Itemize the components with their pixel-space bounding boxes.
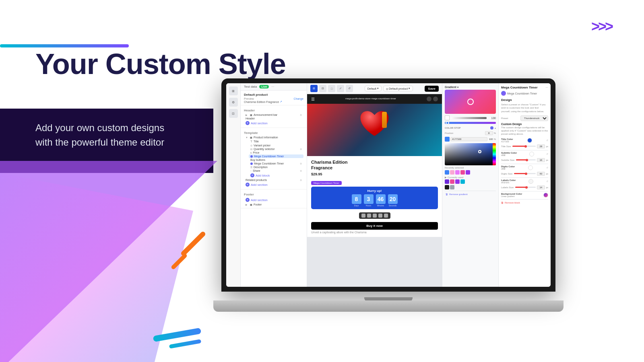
position-row: Position % (445, 131, 496, 135)
qty-label: Quantity selector (254, 148, 275, 150)
title-item[interactable]: T Title (249, 139, 303, 144)
recent-color-2[interactable] (450, 170, 454, 175)
current-color-2[interactable] (450, 179, 454, 184)
share-item[interactable]: ↑ Share ⚙ (249, 169, 303, 173)
subtitle-size-thumb[interactable] (526, 159, 528, 161)
title-size-slider[interactable] (512, 146, 535, 147)
mega-countdown-sub[interactable]: Mega Countdown Timer ⚙ (249, 162, 303, 165)
action-icon-3[interactable] (373, 214, 377, 218)
recent-color-3[interactable] (455, 170, 460, 175)
mobile-view-btn[interactable]: □ (328, 85, 335, 92)
current-color-1[interactable] (445, 179, 449, 184)
header-item[interactable]: Header (244, 117, 303, 120)
title-size-input[interactable] (537, 144, 545, 148)
extra-color-1[interactable] (445, 185, 449, 189)
template-add-section[interactable]: + Add section (244, 182, 303, 187)
current-color-3[interactable] (455, 179, 460, 184)
qty-settings[interactable]: ⚙ (300, 148, 302, 150)
mct-settings[interactable]: ⚙ (300, 162, 302, 165)
position-input[interactable] (485, 131, 493, 135)
action-icon-4[interactable] (378, 214, 382, 218)
subtitle-size-slider[interactable] (516, 159, 535, 160)
digits-color-reset[interactable]: ↺ (546, 166, 548, 169)
subtitle-color-reset[interactable]: ↺ (546, 152, 548, 155)
labels-size-thumb[interactable] (525, 186, 528, 189)
description-item[interactable]: ☰ Description (249, 165, 303, 169)
sidebar-icon-1[interactable]: ⊞ (229, 86, 238, 95)
pi-toggle: ▼ (246, 136, 249, 139)
variant-item[interactable]: ⊙ Variant picker (249, 144, 303, 147)
footer-item[interactable]: ▶ ▦ Footer (244, 203, 303, 206)
color-swatch-blue[interactable] (445, 137, 450, 142)
title-label: Title (254, 140, 259, 143)
more-icon[interactable]: ··· (271, 85, 274, 88)
recent-color-5[interactable] (466, 170, 470, 175)
price-item[interactable]: $ Price (249, 151, 303, 154)
digits-size-slider[interactable] (514, 173, 535, 174)
buy-buttons-item[interactable]: Buy buttons (249, 158, 303, 162)
tablet-view-btn[interactable]: ⊟ (319, 85, 326, 92)
save-button[interactable]: Save (425, 86, 439, 92)
remove-gradient-btn[interactable]: 🗑 Remove gradient (445, 192, 496, 196)
current-color-4[interactable] (460, 179, 465, 184)
mega-countdown-active[interactable]: Mega Countdown Timer (249, 154, 303, 158)
sidebar-icon-3[interactable]: ⊡ (229, 109, 238, 118)
related-settings[interactable]: ⚙ (300, 179, 302, 181)
labels-size-slider[interactable] (515, 187, 536, 188)
hue-vertical[interactable] (493, 143, 496, 165)
title-color-circle[interactable] (527, 138, 532, 143)
preview-value: Charisma Edition Fragrance ↗ (244, 100, 303, 103)
mega-countdown-sub-label: Mega Countdown Timer (254, 162, 284, 165)
qty-item[interactable]: ⊟ Quantity selector ⚙ (249, 147, 303, 151)
labels-size-input[interactable] (537, 185, 545, 189)
digits-color-circle[interactable] (528, 165, 533, 170)
gradient-preview (445, 90, 496, 114)
action-icon-2[interactable] (367, 214, 371, 218)
hue-bar[interactable] (445, 122, 496, 124)
default-product-select[interactable]: ◎ Default product ▾ (383, 86, 413, 91)
annbar-settings[interactable]: ⚙ (300, 113, 302, 116)
bg-color-circle[interactable] (543, 193, 548, 197)
fullscreen-btn[interactable]: ⤢ (337, 85, 344, 92)
app-name-label: Mega Countdown Timer (507, 92, 537, 95)
related-products-item[interactable]: Related products ⚙ (244, 178, 303, 182)
labels-color-circle[interactable] (528, 179, 533, 184)
subtitle-color-circle[interactable] (529, 152, 534, 156)
add-block-btn[interactable]: + Add block (249, 173, 303, 178)
announcement-bar-item[interactable]: ▶ ▦ Announcement bar ⚙ (244, 113, 303, 117)
digits-size-input[interactable] (537, 172, 545, 176)
search-icon[interactable] (427, 97, 431, 101)
share-settings[interactable]: ⚙ (300, 169, 302, 172)
footer-toggle: ▶ (246, 203, 249, 206)
desktop-view-btn[interactable]: ⊞ (310, 85, 318, 92)
subtitle-size-input[interactable] (537, 158, 545, 162)
remove-block-btn[interactable]: 🗑 Remove block (501, 201, 548, 205)
hue-handle[interactable] (446, 121, 449, 125)
labels-color-reset[interactable]: ↺ (546, 180, 548, 183)
default-theme-select[interactable]: Default ▾ (365, 86, 382, 91)
header-add-section[interactable]: + Add section (244, 120, 303, 126)
action-icon-5[interactable] (384, 214, 388, 218)
buy-button[interactable]: Buy it now (311, 222, 438, 230)
digits-size-thumb[interactable] (525, 173, 527, 175)
extra-color-2[interactable] (450, 185, 454, 189)
recent-color-4[interactable] (460, 170, 465, 175)
picker-handle[interactable] (478, 150, 481, 153)
footer-add-section[interactable]: + Add section (244, 197, 303, 203)
action-icon-1[interactable] (361, 214, 365, 218)
product-info-item[interactable]: ▼ ▦ Product information (244, 136, 303, 139)
cart-icon[interactable] (433, 97, 438, 101)
color-gradient-picker[interactable] (445, 143, 496, 165)
currently-used-toggle[interactable]: ▶ (445, 176, 447, 179)
title-color-reset[interactable]: ↺ (546, 139, 548, 142)
sidebar-icon-2[interactable]: ⚙ (229, 98, 238, 107)
change-btn[interactable]: Change (293, 97, 303, 100)
config-action-1[interactable]: ··· (545, 86, 548, 89)
preset-select[interactable]: Thunderstruck (520, 115, 548, 121)
title-size-thumb[interactable] (524, 145, 527, 148)
color-hex-input[interactable] (450, 137, 487, 141)
editor-top-controls: ⊞ ⊟ □ ⤢ ↺ Default ▾ ◎ (307, 83, 442, 94)
recent-color-1[interactable] (445, 170, 449, 175)
opacity-bar[interactable] (451, 117, 487, 119)
undo-btn[interactable]: ↺ (346, 85, 353, 92)
